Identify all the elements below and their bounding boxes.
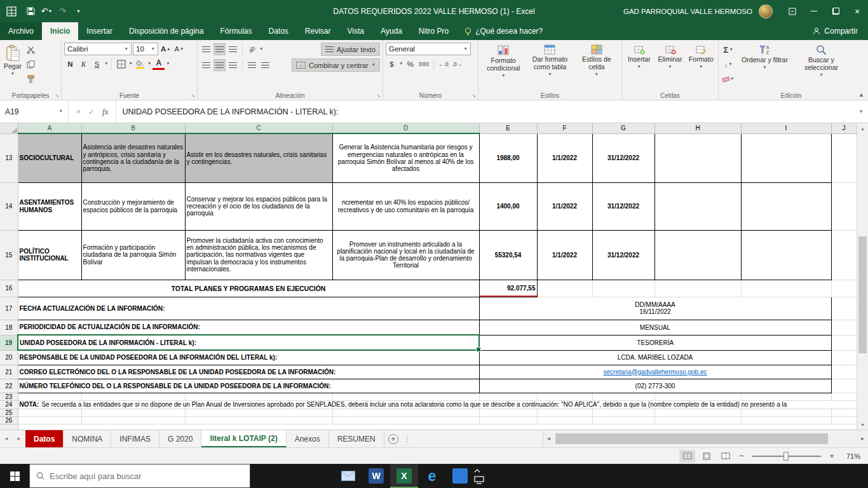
normal-view-button[interactable]	[679, 450, 695, 463]
zoom-out-button[interactable]: −	[736, 451, 747, 461]
fill-button[interactable]: ↓▼	[721, 58, 735, 71]
sort-filter-button[interactable]: AZ Ordenar y filtrar▼	[737, 43, 792, 90]
cell-I16[interactable]	[741, 280, 831, 297]
cell-B26[interactable]	[81, 416, 185, 424]
comma-style-button[interactable]: 000	[417, 58, 430, 70]
taskbar-app-chrome[interactable]	[278, 464, 306, 488]
cell-E26[interactable]	[479, 416, 537, 424]
row-header-16[interactable]: 16	[0, 280, 18, 297]
row-header-15[interactable]: 15	[0, 230, 18, 280]
taskbar-app-edge[interactable]: e	[418, 464, 446, 488]
col-header-I[interactable]: I	[741, 123, 831, 133]
cell-A14[interactable]: ASENTAMIENTOS HUMANOS	[18, 182, 81, 230]
cell-A24-nota[interactable]: NOTA:Se recuerda a las entidades que si …	[18, 400, 857, 409]
accounting-format-button[interactable]: $	[386, 58, 398, 70]
cell-G13[interactable]: 31/12/2022	[592, 133, 654, 182]
cell-D26[interactable]	[332, 416, 479, 424]
cell-J22[interactable]	[831, 379, 857, 393]
cell-C13[interactable]: Asistir en los desastres naturales, cris…	[185, 133, 332, 182]
cell-J17[interactable]	[831, 297, 857, 320]
scroll-right-button[interactable]: ►	[857, 436, 868, 442]
copy-button[interactable]	[25, 58, 37, 71]
hidden-icons-button[interactable]	[474, 464, 552, 475]
delete-cells-button[interactable]: Eliminar▼	[656, 43, 685, 90]
cell-J21[interactable]	[831, 365, 857, 379]
row-header-26[interactable]: 26	[0, 416, 18, 424]
format-cells-button[interactable]: Formato▼	[686, 43, 715, 90]
row-header-25[interactable]: 25	[0, 409, 18, 416]
row-header-17[interactable]: 17	[0, 297, 18, 320]
row-header-21[interactable]: 21	[0, 365, 18, 379]
collapse-ribbon-button[interactable]: ▲	[858, 92, 864, 98]
row-header-22[interactable]: 22	[0, 379, 18, 393]
col-header-G[interactable]: G	[592, 123, 654, 133]
cell-H25[interactable]	[654, 409, 741, 416]
tab-scrollbar-splitter[interactable]: ⋮	[402, 430, 412, 447]
find-select-button[interactable]: Buscar y seleccionar▼	[794, 43, 848, 90]
cell-J19[interactable]	[831, 335, 857, 350]
cell-A25[interactable]	[18, 409, 81, 416]
decrease-font-button[interactable]: A▼	[173, 43, 185, 55]
cell-I26[interactable]	[741, 416, 831, 424]
percent-style-button[interactable]: %	[404, 58, 416, 70]
row-header-24[interactable]: 24	[0, 400, 18, 409]
maximize-button[interactable]	[825, 0, 846, 22]
sheet-nav-right-button[interactable]: ►	[13, 430, 25, 447]
font-dialog-launcher[interactable]: ↘	[191, 93, 195, 98]
sheet-tab-g2020[interactable]: G 2020	[159, 430, 201, 447]
cell-A22-label[interactable]: NÚMERO TELEFÓNICO DEL O LA RESPONSABLE D…	[18, 379, 479, 393]
font-size-select[interactable]: 10▼	[133, 43, 158, 55]
sheet-tab-datos[interactable]: Datos	[25, 430, 64, 447]
cell-E23[interactable]	[479, 393, 537, 400]
ribbon-display-options-button[interactable]	[782, 0, 803, 22]
sheet-tab-infimas[interactable]: INFIMAS	[111, 430, 159, 447]
cell-A21-label[interactable]: CORREO ELECTRÓNICO DEL O LA RESPONSABLE …	[18, 365, 479, 379]
sheet-tab-resumen[interactable]: RESUMEN	[329, 430, 384, 447]
increase-decimal-button[interactable]: ←.0	[437, 58, 450, 70]
paste-button[interactable]: Pegar ▼	[3, 43, 23, 90]
taskbar-app-mail[interactable]	[334, 464, 362, 488]
increase-font-button[interactable]: A▲	[159, 43, 172, 55]
clipboard-dialog-launcher[interactable]: ↘	[55, 93, 59, 98]
enter-entry-button[interactable]: ✓	[88, 107, 95, 116]
redo-button[interactable]: ↷	[55, 0, 71, 22]
cell-filler[interactable]	[18, 424, 857, 430]
cell-G26[interactable]	[592, 416, 654, 424]
cell-A26[interactable]	[18, 416, 81, 424]
page-break-view-button[interactable]	[717, 450, 733, 463]
cell-D25[interactable]	[332, 409, 479, 416]
cell-C14[interactable]: Conservar y mejorar los espacios público…	[185, 182, 332, 230]
row-header-13[interactable]: 13	[0, 133, 18, 182]
save-button[interactable]	[23, 0, 39, 22]
orientation-button[interactable]: ab	[246, 43, 258, 55]
cancel-entry-button[interactable]: ×	[76, 107, 81, 116]
cell-D23[interactable]	[332, 393, 479, 400]
taskbar-app-blue[interactable]	[446, 464, 474, 488]
close-button[interactable]: ×	[846, 0, 868, 22]
taskbar-search-input[interactable]	[50, 471, 243, 481]
tab-revisar[interactable]: Revisar	[297, 22, 339, 40]
align-top-button[interactable]	[200, 43, 212, 55]
cell-I15[interactable]	[741, 230, 831, 280]
select-all-button[interactable]	[0, 123, 18, 133]
cell-I14[interactable]	[741, 182, 831, 230]
vertical-scroll-thumb[interactable]	[858, 236, 867, 353]
cell-E19-value[interactable]: TESORERÍA	[479, 335, 831, 350]
cell-B13[interactable]: Asistencia ante desastres naturales y an…	[81, 133, 185, 182]
cell-E17-value[interactable]: DD/MM/AAAA 16/11/2022	[479, 297, 831, 320]
cell-E21-value[interactable]: secretaria@gadvallehermoso.gob.ec	[479, 365, 831, 379]
start-button[interactable]	[0, 464, 29, 488]
cell-I23[interactable]	[741, 393, 831, 400]
autosum-button[interactable]: Σ▼	[721, 44, 735, 56]
cell-B25[interactable]	[81, 409, 185, 416]
italic-button[interactable]: K	[78, 58, 90, 70]
minimize-button[interactable]	[803, 0, 825, 22]
col-header-B[interactable]: B	[81, 123, 185, 133]
decrease-decimal-button[interactable]: .0→	[451, 58, 464, 70]
row-header-14[interactable]: 14	[0, 182, 18, 230]
row-header-23[interactable]: 23	[0, 393, 18, 400]
cell-H23[interactable]	[654, 393, 741, 400]
cell-G14[interactable]: 31/12/2022	[592, 182, 654, 230]
cell-F23[interactable]	[537, 393, 592, 400]
cell-A23[interactable]	[18, 393, 81, 400]
